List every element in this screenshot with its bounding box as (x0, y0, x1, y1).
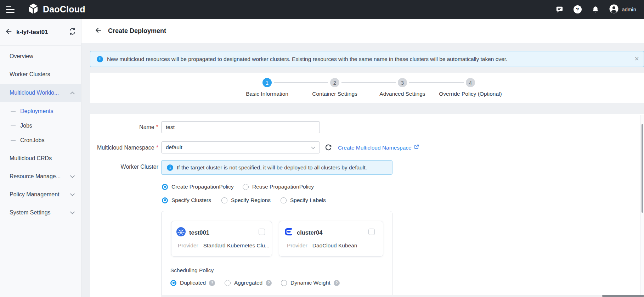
main-area: Create Deployment i New multicloud resou… (81, 19, 644, 297)
alert-text: If the target cluster is not specified, … (177, 164, 367, 171)
refresh-icon[interactable] (324, 144, 332, 151)
required-asterisk: * (156, 145, 158, 151)
radio-duplicated[interactable]: Duplicated ? (170, 279, 215, 287)
sidebar-item-multicloud-workloads[interactable]: Multicloud Worklo... (0, 84, 81, 102)
sidebar-item-deployments[interactable]: Deployments (0, 104, 81, 118)
info-banner: i New multicloud resources will be propa… (90, 51, 644, 67)
sidebar-item-resource-management[interactable]: Resource Manage... (0, 167, 81, 185)
provider-value: DaoCloud Kubean (312, 242, 357, 249)
step-override-policy[interactable]: 4 Override Policy (Optional) (431, 73, 509, 103)
provider-label: Provider (178, 242, 198, 249)
menu-icon[interactable] (6, 6, 15, 13)
help-tooltip-icon[interactable]: ? (334, 280, 340, 286)
back-icon[interactable] (5, 28, 12, 37)
provider-label: Provider (287, 242, 307, 249)
radio-on-icon (162, 184, 168, 190)
chevron-down-icon (70, 209, 75, 216)
radio-off-icon (225, 280, 231, 286)
dash-icon (11, 125, 16, 126)
avatar-icon (609, 4, 618, 15)
sidebar-item-system-settings[interactable]: System Settings (0, 203, 81, 222)
cluster-name: cluster04 (297, 229, 322, 236)
radio-off-icon (281, 280, 287, 286)
name-input[interactable]: test (161, 121, 320, 133)
horizontal-scrollbar[interactable] (161, 295, 644, 297)
cluster-checkbox[interactable] (368, 229, 375, 235)
sidebar-header: k-lyf-test01 (0, 19, 81, 46)
step-advanced-settings[interactable]: 3 Advanced Settings (363, 73, 441, 103)
radio-dynamic-weight[interactable]: Dynamic Weight ? (281, 279, 340, 287)
page-header: Create Deployment (81, 19, 644, 43)
cluster-checkbox[interactable] (259, 229, 265, 235)
sidebar-item-worker-clusters[interactable]: Worker Clusters (0, 65, 81, 83)
radio-off-icon (243, 184, 249, 190)
create-namespace-link[interactable]: Create Multicloud Namespace (338, 144, 419, 151)
radio-specify-clusters[interactable]: Specify Clusters (162, 196, 211, 204)
help-tooltip-icon[interactable]: ? (209, 280, 215, 286)
radio-specify-regions[interactable]: Specify Regions (221, 196, 271, 204)
step-basic-information[interactable]: 1 Basic Information (228, 73, 306, 103)
top-bar: DaoCloud ? a (0, 0, 644, 19)
radio-off-icon (221, 197, 227, 203)
kubernetes-icon (176, 227, 186, 238)
info-icon: i (97, 56, 103, 62)
wizard-stepper: 1 Basic Information 2 Container Settings… (90, 73, 644, 103)
chevron-down-icon (70, 173, 75, 180)
page-title: Create Deployment (108, 27, 166, 35)
chevron-down-icon (311, 144, 315, 151)
sidebar-item-multicloud-crds[interactable]: Multicloud CRDs (0, 149, 81, 167)
info-icon: i (167, 164, 173, 171)
help-tooltip-icon[interactable]: ? (266, 280, 272, 286)
vertical-scrollbar[interactable] (640, 115, 644, 297)
dash-icon (11, 111, 16, 112)
required-asterisk: * (156, 124, 158, 130)
radio-reuse-propagationpolicy[interactable]: Reuse PropagationPolicy (243, 183, 314, 191)
step-container-settings[interactable]: 2 Container Settings (296, 73, 374, 103)
user-menu[interactable]: admin (609, 4, 636, 15)
sidebar-item-overview[interactable]: Overview (0, 47, 81, 65)
banner-text: New multicloud resources will be propaga… (107, 56, 507, 62)
radio-aggregated[interactable]: Aggregated ? (225, 279, 272, 287)
dash-icon (11, 140, 16, 141)
cluster-name: k-lyf-test01 (16, 29, 69, 36)
cluster-selection-panel: test001 Provider Standard Kubernetes Clu… (161, 211, 392, 297)
worker-cluster-alert: i If the target cluster is not specified… (161, 160, 392, 175)
switch-cluster-icon[interactable] (69, 28, 76, 37)
help-icon[interactable]: ? (573, 5, 582, 14)
namespace-select[interactable]: default (161, 141, 320, 153)
cluster-name: test001 (189, 229, 209, 236)
back-icon[interactable] (95, 27, 102, 35)
user-name: admin (622, 6, 636, 12)
cluster-card-test001[interactable]: test001 Provider Standard Kubernetes Clu… (171, 221, 272, 257)
sidebar-item-policy-management[interactable]: Policy Management (0, 185, 81, 203)
sidebar-item-cronjobs[interactable]: CronJobs (0, 133, 81, 147)
chat-icon[interactable] (555, 5, 564, 14)
radio-off-icon (281, 197, 287, 203)
kubean-icon (284, 227, 293, 238)
radio-create-propagationpolicy[interactable]: Create PropagationPolicy (162, 183, 234, 191)
external-link-icon (414, 144, 419, 151)
bell-icon[interactable] (591, 5, 600, 14)
basic-information-form: Name* test Multicloud Namespace* default… (90, 114, 644, 297)
daocloud-logo[interactable]: DaoCloud (27, 2, 85, 17)
chevron-down-icon (70, 191, 75, 198)
radio-specify-labels[interactable]: Specify Labels (281, 196, 326, 204)
radio-on-icon (170, 280, 176, 286)
vertical-scrollbar-thumb[interactable] (642, 124, 643, 213)
name-label: Name* (90, 124, 158, 130)
close-icon[interactable]: × (634, 55, 639, 62)
worker-cluster-label: Worker Cluster (90, 164, 158, 170)
horizontal-scrollbar-thumb[interactable] (602, 295, 644, 297)
radio-on-icon (162, 197, 168, 203)
chevron-up-icon (70, 90, 75, 96)
sidebar: k-lyf-test01 Overview Worker Clusters Mu… (0, 19, 81, 297)
provider-value: Standard Kubernetes Clu... (203, 242, 270, 249)
scheduling-policy-label: Scheduling Policy (170, 267, 214, 274)
brand-name: DaoCloud (43, 4, 85, 15)
daocloud-cube-icon (27, 2, 39, 17)
content-area: i New multicloud resources will be propa… (81, 43, 644, 297)
namespace-label: Multicloud Namespace* (90, 145, 158, 151)
cluster-card-cluster04[interactable]: cluster04 Provider DaoCloud Kubean (279, 221, 383, 257)
sidebar-item-jobs[interactable]: Jobs (0, 118, 81, 133)
